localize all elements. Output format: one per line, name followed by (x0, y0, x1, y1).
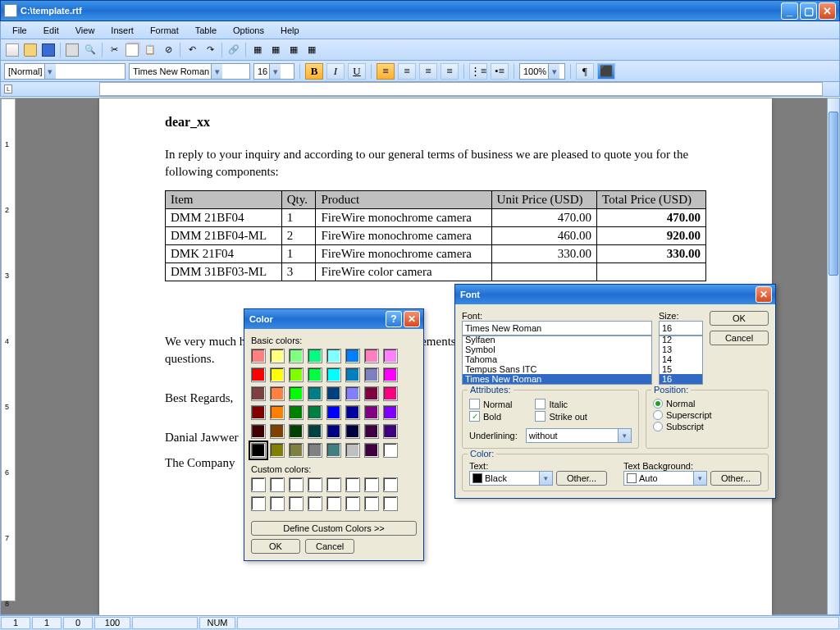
bg-color-combo[interactable]: Auto ▾ (623, 471, 707, 486)
redo-button[interactable]: ↷ (202, 42, 218, 58)
paste-button[interactable]: 📋 (142, 42, 158, 58)
font-listbox[interactable]: SylfaenSymbolTahomaTempus Sans ITCTimes … (462, 336, 652, 385)
color-swatch[interactable] (270, 424, 285, 439)
pos-sub-radio[interactable]: Subscript (653, 422, 761, 431)
vertical-ruler[interactable]: 123 456 78 (1, 98, 16, 601)
menu-format[interactable]: Format (144, 24, 185, 37)
color-swatch[interactable] (289, 368, 304, 382)
menu-options[interactable]: Options (226, 24, 271, 37)
color-swatch[interactable] (364, 443, 379, 458)
cut-button[interactable]: ✂ (106, 42, 122, 58)
table4-button[interactable]: ▦ (304, 42, 320, 58)
close-icon[interactable]: ✕ (756, 286, 772, 303)
custom-swatch[interactable] (364, 496, 379, 511)
dropdown-icon[interactable]: ▾ (548, 64, 559, 79)
color-swatch[interactable] (270, 405, 285, 420)
close-icon[interactable]: ✕ (404, 311, 420, 327)
delete-button[interactable]: ⊘ (160, 42, 176, 58)
underline-combo[interactable]: ▾ (526, 428, 632, 443)
color-swatch[interactable] (326, 443, 341, 458)
custom-swatch[interactable] (251, 477, 266, 492)
size-option[interactable]: 15 (660, 364, 702, 374)
color-swatch[interactable] (345, 349, 360, 363)
size-listbox[interactable]: 1213141516 (659, 336, 703, 385)
font-option[interactable]: Tempus Sans ITC (463, 364, 651, 374)
custom-swatch[interactable] (383, 496, 398, 511)
color-swatch[interactable] (270, 386, 285, 401)
quote-table[interactable]: Item Qty. Product Unit Price (USD) Total… (165, 190, 706, 281)
custom-swatch[interactable] (270, 496, 285, 511)
font-ok-button[interactable]: OK (710, 311, 769, 326)
custom-swatch[interactable] (308, 477, 322, 492)
color-swatch[interactable] (308, 443, 322, 458)
color-swatch[interactable] (326, 349, 341, 363)
bg-color-other-button[interactable]: Other... (710, 471, 761, 486)
color-swatch[interactable] (289, 443, 304, 458)
table-button[interactable]: ▦ (249, 42, 266, 58)
align-center-button[interactable]: ≡ (398, 63, 416, 80)
pos-normal-radio[interactable]: Normal (653, 399, 761, 409)
menu-edit[interactable]: Edit (37, 24, 66, 37)
table2-button[interactable]: ▦ (267, 42, 284, 58)
font-dialog-title[interactable]: Font ✕ (455, 285, 775, 304)
color-swatch[interactable] (270, 368, 285, 382)
preview-button[interactable]: 🔍 (82, 42, 98, 58)
custom-swatch[interactable] (270, 477, 285, 492)
intro-paragraph[interactable]: In reply to your inquiry and according t… (165, 146, 706, 180)
link-button[interactable]: 🔗 (226, 42, 242, 58)
close-button[interactable]: ✕ (819, 2, 836, 20)
custom-swatch[interactable] (326, 477, 341, 492)
help-button[interactable]: ? (386, 311, 402, 327)
color-swatch[interactable] (326, 424, 341, 439)
color-swatch[interactable] (345, 405, 360, 420)
dropdown-icon[interactable]: ▾ (44, 64, 56, 79)
table3-button[interactable]: ▦ (285, 42, 302, 58)
size-option[interactable]: 14 (660, 354, 702, 364)
color-swatch[interactable] (270, 349, 285, 363)
color-swatch[interactable] (308, 368, 322, 382)
color-swatch[interactable] (364, 424, 379, 439)
color-swatch[interactable] (270, 443, 285, 458)
dropdown-icon[interactable]: ▾ (269, 64, 281, 79)
color-swatch[interactable] (345, 424, 360, 439)
italic-button[interactable]: I (326, 63, 345, 80)
copy-button[interactable] (124, 42, 140, 58)
color-swatch[interactable] (289, 386, 304, 401)
pos-super-radio[interactable]: Superscript (653, 410, 761, 420)
custom-swatch[interactable] (289, 477, 304, 492)
color-ok-button[interactable]: OK (251, 539, 300, 554)
color-swatch[interactable] (383, 405, 398, 420)
size-option[interactable]: 13 (660, 345, 702, 354)
color-swatch[interactable] (364, 349, 379, 363)
custom-swatch[interactable] (289, 496, 304, 511)
table-row[interactable]: DMM 21BF04-ML2FireWire monochrome camera… (166, 227, 706, 245)
color-swatch[interactable] (326, 368, 341, 382)
menu-table[interactable]: Table (189, 24, 223, 37)
menu-help[interactable]: Help (274, 24, 306, 37)
color-swatch[interactable] (364, 405, 379, 420)
attr-italic-checkbox[interactable]: Italic (535, 399, 587, 409)
table-row[interactable]: DMK 21F041FireWire monochrome camera330.… (166, 245, 706, 263)
attr-bold-checkbox[interactable]: ✓Bold (469, 411, 512, 422)
style-combo[interactable]: [Normal]▾ (4, 63, 126, 80)
dropdown-icon[interactable]: ▾ (211, 64, 222, 79)
save-button[interactable] (40, 42, 57, 58)
underline-button[interactable]: U (348, 63, 366, 80)
color-swatch[interactable] (251, 443, 266, 458)
font-combo[interactable]: Times New Roman▾ (129, 63, 250, 80)
color-swatch[interactable] (251, 424, 266, 439)
color-cancel-button[interactable]: Cancel (305, 539, 354, 554)
custom-swatch[interactable] (383, 477, 398, 492)
color-swatch[interactable] (289, 424, 304, 439)
font-option[interactable]: Tahoma (463, 354, 651, 364)
custom-swatch[interactable] (345, 496, 360, 511)
ruler-tab-icon[interactable]: L (4, 84, 12, 94)
color-dialog-title[interactable]: Color ? ✕ (244, 309, 423, 329)
align-left-button[interactable]: ≡ (377, 63, 395, 80)
custom-swatch[interactable] (308, 496, 322, 511)
number-list-button[interactable]: ⋮≡ (469, 63, 487, 80)
font-input[interactable] (462, 321, 652, 336)
menu-file[interactable]: File (6, 24, 34, 37)
dropdown-icon[interactable]: ▾ (694, 471, 707, 486)
open-button[interactable] (22, 42, 39, 58)
